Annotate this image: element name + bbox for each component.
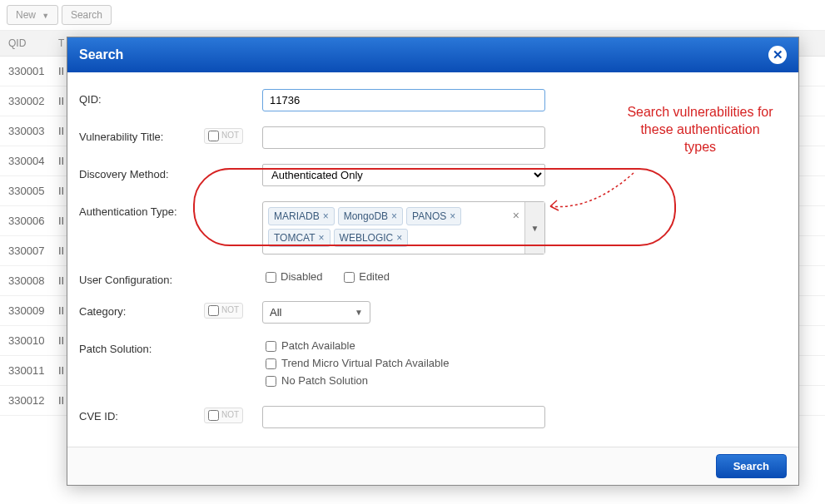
modal-header: Search ✕ <box>67 37 798 72</box>
chevron-down-icon: ▼ <box>355 308 363 317</box>
category-select[interactable]: All ▼ <box>262 301 370 324</box>
tag-label: WEBLOGIC <box>340 232 394 244</box>
disabled-checkbox[interactable] <box>266 272 276 283</box>
row-category: Category: NOT All ▼ <box>79 301 787 324</box>
not-checkbox[interactable] <box>208 131 219 141</box>
trendmicro-checkbox[interactable] <box>266 358 276 369</box>
row-auth-type: Authentication Type: MARIADB ×MongoDB ×P… <box>79 201 787 254</box>
not-toggle-vuln-title[interactable]: NOT <box>204 128 243 144</box>
discovery-select[interactable]: Authenticated Only <box>262 164 545 186</box>
tag-label: TOMCAT <box>274 232 316 244</box>
auth-tag: MARIADB × <box>268 207 335 225</box>
dropdown-toggle[interactable]: ▼ <box>524 202 544 254</box>
patch-label: Patch Solution: <box>79 338 204 355</box>
qid-label: QID: <box>79 89 204 106</box>
vuln-title-label: Vulnerability Title: <box>79 126 204 143</box>
qid-input[interactable] <box>262 89 545 111</box>
vuln-title-input[interactable] <box>262 126 545 149</box>
tag-label: PANOS <box>412 210 446 222</box>
auth-type-multiselect[interactable]: MARIADB ×MongoDB ×PANOS ×TOMCAT ×WEBLOGI… <box>262 201 545 254</box>
row-discovery: Discovery Method: Authenticated Only <box>79 164 787 186</box>
tag-remove-icon[interactable]: × <box>396 232 402 244</box>
category-label: Category: <box>79 301 204 318</box>
row-qid: QID: <box>79 89 787 111</box>
not-checkbox[interactable] <box>208 305 219 316</box>
auth-tag: WEBLOGIC × <box>334 229 409 247</box>
modal-footer: Search <box>67 447 798 485</box>
auth-type-label: Authentication Type: <box>79 201 204 218</box>
row-vuln-title: Vulnerability Title: NOT <box>79 126 787 149</box>
search-modal: Search ✕ QID: Vulnerability Title: NOT D… <box>67 37 799 486</box>
auth-type-tags: MARIADB ×MongoDB ×PANOS ×TOMCAT ×WEBLOGI… <box>263 202 524 254</box>
patch-available-label[interactable]: Patch Available <box>262 338 545 354</box>
cve-input[interactable] <box>262 406 545 428</box>
close-icon[interactable]: ✕ <box>768 46 787 64</box>
auth-tag: PANOS × <box>406 207 461 225</box>
not-checkbox[interactable] <box>208 410 219 421</box>
auth-tag: TOMCAT × <box>268 229 330 247</box>
not-toggle-category[interactable]: NOT <box>204 303 243 319</box>
category-value: All <box>270 306 281 319</box>
clear-all-icon[interactable]: × <box>513 209 519 222</box>
edited-checkbox-label[interactable]: Edited <box>340 270 390 283</box>
no-patch-checkbox[interactable] <box>266 376 276 387</box>
patch-available-checkbox[interactable] <box>266 341 276 352</box>
search-button[interactable]: Search <box>716 454 787 478</box>
modal-body: QID: Vulnerability Title: NOT Discovery … <box>67 72 798 447</box>
cve-label: CVE ID: <box>79 406 204 422</box>
tag-remove-icon[interactable]: × <box>323 210 329 222</box>
row-cve: CVE ID: NOT <box>79 406 787 428</box>
row-patch: Patch Solution: Patch Available Trend Mi… <box>79 338 787 391</box>
auth-tag: MongoDB × <box>338 207 403 225</box>
tag-remove-icon[interactable]: × <box>319 232 325 244</box>
modal-title: Search <box>79 47 123 62</box>
not-toggle-cve[interactable]: NOT <box>204 408 243 423</box>
tag-label: MARIADB <box>274 210 320 222</box>
edited-checkbox[interactable] <box>344 272 355 283</box>
user-config-label: User Configuration: <box>79 269 204 286</box>
row-user-config: User Configuration: Disabled Edited <box>79 269 787 286</box>
no-patch-label[interactable]: No Patch Solution <box>262 373 545 389</box>
discovery-label: Discovery Method: <box>79 164 204 180</box>
tag-remove-icon[interactable]: × <box>391 210 397 222</box>
trendmicro-label[interactable]: Trend Micro Virtual Patch Available <box>262 356 545 372</box>
tag-remove-icon[interactable]: × <box>450 210 455 222</box>
disabled-checkbox-label[interactable]: Disabled <box>262 270 323 283</box>
tag-label: MongoDB <box>344 210 388 222</box>
